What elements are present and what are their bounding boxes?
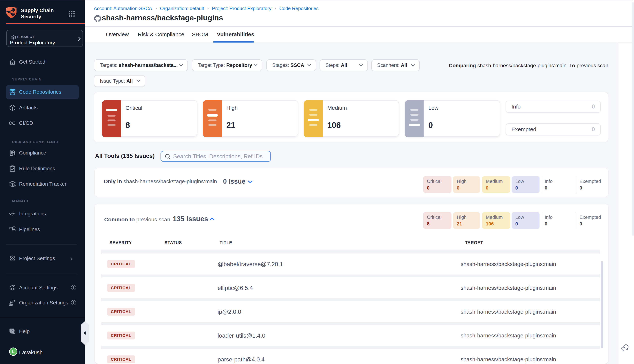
svg-text:?: ? xyxy=(11,329,13,332)
